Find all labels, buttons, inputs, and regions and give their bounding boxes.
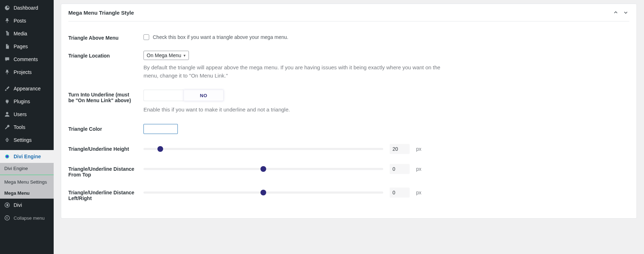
sidebar-item-label: Media [14,31,27,36]
pin-icon [4,69,11,76]
comment-icon [4,56,11,63]
panel-move-up-button[interactable] [612,9,619,16]
submenu-item-mega-menu[interactable]: Mega Menu [0,188,54,199]
field-label-distance-top: Triangle/Underline Distance From Top [68,164,136,178]
distance-top-slider-thumb[interactable] [260,166,266,172]
panel-title: Mega Menu Triangle Style [68,10,134,16]
submenu-item-mega-menu-settings[interactable]: Mega Menu Settings [0,176,54,188]
svg-point-2 [6,155,8,158]
sidebar-item-label: Tools [14,124,25,130]
sidebar-item-label: Settings [14,137,32,143]
sidebar-item-tools[interactable]: Tools [0,121,54,134]
select-value: On Mega Menu [147,53,181,58]
panel-move-down-button[interactable] [622,9,629,16]
sidebar-item-media[interactable]: Media [0,27,54,40]
sidebar-item-label: Plugins [14,99,30,104]
height-slider-thumb[interactable] [157,146,163,152]
admin-sidebar: Dashboard Posts Media Pages Comments Pro… [0,0,54,254]
distance-lr-unit: px [416,190,421,195]
height-slider[interactable] [143,148,383,150]
toggle-no-option[interactable]: NO [184,90,224,101]
sidebar-item-pages[interactable]: Pages [0,40,54,53]
sidebar-item-label: Dashboard [14,5,38,11]
sidebar-item-settings[interactable]: Settings [0,134,54,146]
distance-lr-slider-thumb[interactable] [260,190,266,195]
field-label-triangle-location: Triangle Location [68,51,136,59]
sidebar-item-label: Appearance [14,86,41,91]
svg-point-4 [5,216,10,220]
divi-engine-icon [4,153,11,160]
field-label-distance-lr: Triangle/Underline Distance Left/Right [68,188,136,201]
field-label-turn-into-underline: Turn Into Underline (must be "On Menu Li… [68,90,136,103]
sidebar-item-label: Users [14,111,27,117]
brush-icon [4,85,11,92]
settings-panel: Mega Menu Triangle Style Triangle Above … [61,4,637,219]
main-content: Mega Menu Triangle Style Triangle Above … [54,0,644,254]
triangle-location-help: By default the triangle will appear abov… [143,64,440,80]
distance-lr-slider[interactable] [143,191,383,194]
sidebar-item-comments[interactable]: Comments [0,53,54,66]
sidebar-item-projects[interactable]: Projects [0,66,54,79]
wrench-icon [4,124,11,131]
field-label-triangle-color: Triangle Color [68,124,136,132]
user-icon [4,111,11,118]
distance-lr-value-input[interactable] [390,188,410,198]
triangle-location-select[interactable]: On Mega Menu ▾ [143,51,189,60]
triangle-above-check-label: Check this box if you want a triangle ab… [153,34,288,40]
triangle-color-swatch[interactable] [143,124,178,134]
pages-icon [4,43,11,50]
toggle-yes-option[interactable] [143,90,184,101]
media-icon [4,30,11,37]
plug-icon [4,98,11,105]
svg-point-0 [6,112,8,114]
underline-help: Enable this if you want to make it under… [143,106,440,114]
divi-icon [4,201,11,209]
sidebar-item-users[interactable]: Users [0,108,54,121]
sidebar-item-label: Divi Engine [14,154,41,159]
panel-header: Mega Menu Triangle Style [68,4,629,21]
settings-icon [4,136,11,144]
collapse-icon [4,214,11,221]
sidebar-item-label: Posts [14,18,26,24]
sidebar-item-divi[interactable]: Divi [0,199,54,211]
sidebar-item-dashboard[interactable]: Dashboard [0,1,54,14]
sidebar-item-plugins[interactable]: Plugins [0,95,54,108]
field-label-height: Triangle/Underline Height [68,144,136,152]
pin-icon [4,17,11,24]
sidebar-item-appearance[interactable]: Appearance [0,82,54,95]
sidebar-submenu: Divi Engine Mega Menu Settings Mega Menu [0,163,54,199]
height-value-input[interactable] [390,144,410,154]
field-label-triangle-above: Triangle Above Menu [68,33,136,41]
submenu-item-divi-engine[interactable]: Divi Engine [0,163,54,175]
sidebar-item-label: Projects [14,69,32,75]
distance-top-unit: px [416,166,421,172]
underline-toggle[interactable]: NO [143,90,224,101]
collapse-label: Collapse menu [14,215,45,221]
dashboard-icon [4,4,11,11]
height-unit: px [416,146,421,152]
sidebar-item-divi-engine[interactable]: Divi Engine [0,150,54,163]
distance-top-slider[interactable] [143,168,383,170]
sidebar-item-label: Pages [14,44,28,49]
sidebar-item-label: Divi [14,202,22,208]
sidebar-item-label: Comments [14,56,38,62]
collapse-menu-button[interactable]: Collapse menu [0,211,54,224]
chevron-down-icon: ▾ [184,53,186,58]
triangle-above-checkbox[interactable] [143,34,149,40]
sidebar-item-posts[interactable]: Posts [0,14,54,27]
distance-top-value-input[interactable] [390,164,410,174]
